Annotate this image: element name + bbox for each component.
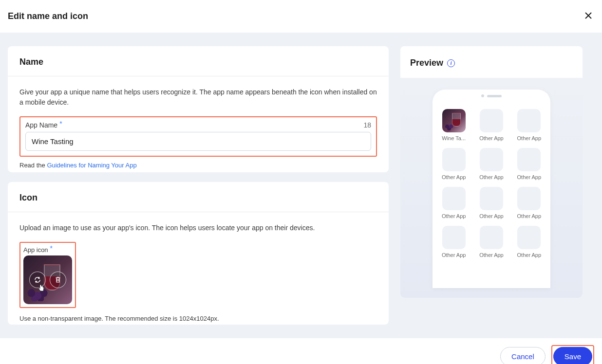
app-icon-field-highlight: App icon* — [19, 242, 76, 308]
icon-section-description: Upload an image to use as your app's ico… — [19, 223, 377, 233]
modal-title: Edit name and icon — [8, 11, 88, 21]
preview-app-featured: Wine Ta... — [439, 109, 468, 141]
preview-app-other: Other App — [477, 148, 506, 180]
preview-app-label: Other App — [515, 213, 543, 219]
save-button-highlight: Save — [551, 345, 594, 364]
cancel-button[interactable]: Cancel — [500, 347, 546, 364]
preview-app-label: Other App — [440, 252, 468, 258]
info-icon[interactable]: i — [447, 59, 455, 67]
preview-app-other: Other App — [477, 187, 506, 219]
save-button[interactable]: Save — [553, 347, 592, 364]
delete-icon-button[interactable] — [50, 272, 66, 288]
helper-prefix: Read the — [19, 162, 47, 169]
preview-app-other: Other App — [515, 226, 544, 258]
name-section-description: Give your app a unique name that helps u… — [19, 87, 377, 108]
icon-card: Icon Upload an image to use as your app'… — [8, 182, 389, 325]
preview-app-label: Other App — [515, 135, 543, 141]
name-section-title: Name — [19, 57, 377, 67]
preview-card: Preview i Wine Ta... Other App — [400, 46, 583, 298]
name-card: Name Give your app a unique name that he… — [8, 46, 389, 172]
app-icon-thumbnail — [23, 255, 72, 304]
preview-app-label: Other App — [478, 174, 505, 180]
close-button[interactable] — [583, 9, 594, 24]
preview-app-other: Other App — [515, 148, 544, 180]
preview-app-other: Other App — [439, 226, 468, 258]
preview-app-other: Other App — [477, 226, 506, 258]
preview-app-label: Other App — [515, 174, 543, 180]
icon-section-title: Icon — [19, 193, 377, 203]
icon-helper-text: Use a non-transparent image. The recomme… — [19, 315, 377, 322]
close-icon — [584, 12, 592, 19]
preview-app-label: Other App — [440, 213, 468, 219]
preview-app-other: Other App — [477, 109, 506, 141]
preview-body: Wine Ta... Other App Other App Other App… — [400, 78, 583, 298]
preview-app-label: Wine Ta... — [440, 135, 468, 141]
phone-notch-icon — [481, 94, 502, 97]
naming-guidelines-link[interactable]: Guidelines for Naming Your App — [47, 162, 136, 169]
required-star-icon: * — [50, 244, 53, 252]
app-name-label: App Name — [25, 121, 57, 129]
app-icon-label: App icon — [23, 246, 48, 254]
preview-app-other: Other App — [439, 148, 468, 180]
preview-app-label: Other App — [478, 213, 505, 219]
preview-app-label: Other App — [478, 252, 505, 258]
preview-app-other: Other App — [439, 187, 468, 219]
preview-app-other: Other App — [515, 187, 544, 219]
phone-frame: Wine Ta... Other App Other App Other App… — [433, 90, 550, 288]
preview-app-other: Other App — [515, 109, 544, 141]
app-name-field-highlight: App Name* 18 — [19, 116, 377, 157]
trash-icon — [54, 276, 62, 284]
app-name-input[interactable] — [25, 132, 371, 151]
app-name-char-counter: 18 — [363, 121, 371, 129]
preview-app-label: Other App — [440, 174, 468, 180]
preview-app-label: Other App — [515, 252, 543, 258]
preview-app-label: Other App — [478, 135, 505, 141]
preview-title: Preview — [410, 58, 443, 68]
replace-icon — [34, 276, 41, 284]
required-star-icon: * — [59, 120, 62, 127]
cursor-hand-icon — [37, 284, 46, 292]
